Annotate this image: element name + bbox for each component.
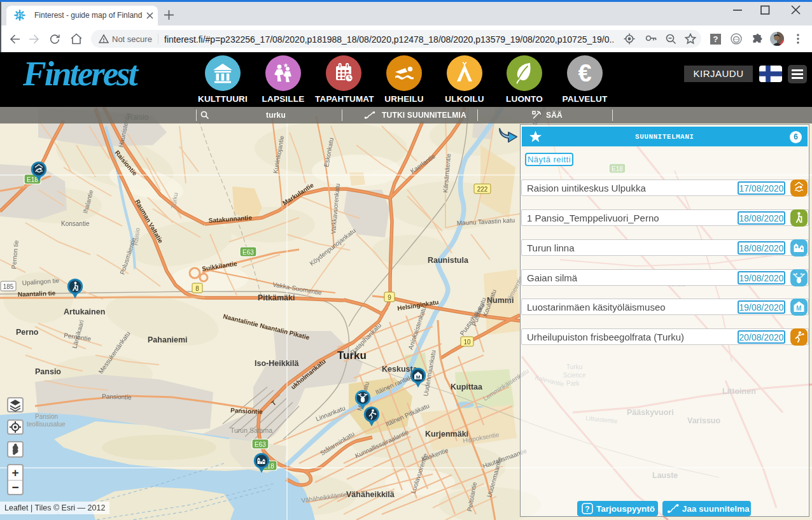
svg-text:Pansio: Pansio bbox=[35, 367, 61, 376]
svg-text:Iso-Heikkilä: Iso-Heikkilä bbox=[255, 359, 299, 368]
svg-text:222: 222 bbox=[477, 186, 488, 193]
svg-text:Raunistula: Raunistula bbox=[428, 256, 469, 265]
svg-text:Fi: Fi bbox=[17, 12, 23, 18]
svg-text:M: M bbox=[416, 374, 421, 380]
svg-text:9: 9 bbox=[388, 294, 391, 301]
svg-text:Konsantie: Konsantie bbox=[61, 220, 90, 227]
svg-text:8: 8 bbox=[195, 285, 199, 292]
svg-text:Finterest: Finterest bbox=[22, 55, 139, 93]
svg-text:€: € bbox=[578, 60, 591, 87]
svg-text:Kupittaa: Kupittaa bbox=[451, 383, 483, 391]
svg-text:Pansion: Pansion bbox=[35, 413, 58, 420]
svg-text:E63: E63 bbox=[255, 441, 266, 448]
svg-text:?: ? bbox=[585, 505, 589, 514]
svg-text:185: 185 bbox=[3, 283, 14, 290]
svg-text:M: M bbox=[796, 305, 801, 312]
svg-text:Vähäheikkilä: Vähäheikkilä bbox=[346, 490, 395, 499]
svg-text:Pitkämäki: Pitkämäki bbox=[258, 293, 295, 302]
svg-text:10: 10 bbox=[463, 339, 471, 346]
svg-text:E63: E63 bbox=[242, 249, 254, 256]
svg-text:Perno: Perno bbox=[16, 328, 39, 337]
svg-text:teollisuusalue: teollisuusalue bbox=[27, 421, 66, 428]
svg-text:Naantalin tie: Naantalin tie bbox=[18, 290, 56, 298]
svg-text:Pahaniemi: Pahaniemi bbox=[148, 335, 188, 344]
svg-text:Artukainen: Artukainen bbox=[64, 307, 105, 316]
svg-text:Pansiontie: Pansiontie bbox=[102, 393, 132, 401]
svg-text:Turun Satama: Turun Satama bbox=[230, 426, 272, 434]
